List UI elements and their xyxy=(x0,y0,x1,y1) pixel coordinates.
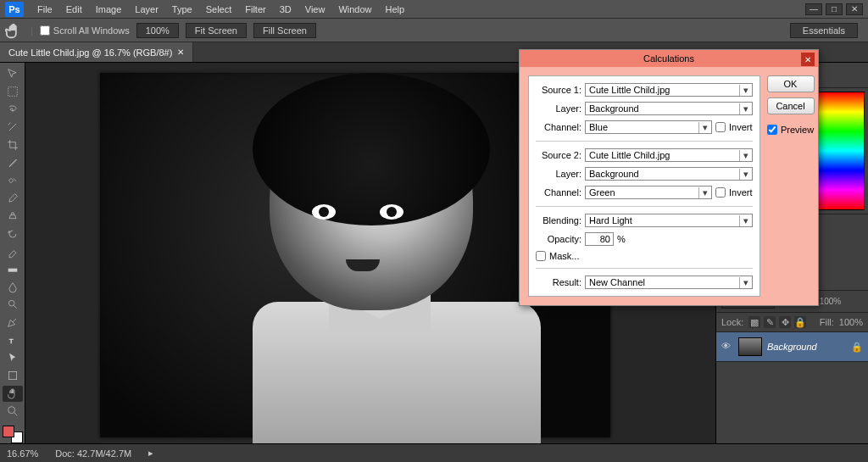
divider xyxy=(536,141,753,142)
channel1-label: Channel: xyxy=(536,122,581,132)
menu-3d[interactable]: 3D xyxy=(273,4,298,14)
doc-size[interactable]: Doc: 42.7M/42.7M xyxy=(55,448,131,459)
lock-position-icon[interactable]: ✥ xyxy=(779,316,791,328)
result-label: Result: xyxy=(536,277,581,287)
divider xyxy=(536,268,753,269)
svg-rect-4 xyxy=(8,371,16,379)
zoom-level[interactable]: 16.67% xyxy=(7,448,38,459)
opacity-label: Opacity: xyxy=(536,234,581,244)
hand-tool[interactable] xyxy=(3,386,23,402)
clone-stamp-tool[interactable] xyxy=(3,208,23,224)
lasso-tool[interactable] xyxy=(3,102,23,118)
toolbox: T xyxy=(0,63,25,443)
lock-label: Lock: xyxy=(721,317,743,327)
percent-label: % xyxy=(617,234,626,244)
zoom-100-button[interactable]: 100% xyxy=(136,23,179,38)
scroll-all-checkbox[interactable]: Scroll All Windows xyxy=(40,25,130,36)
blending-label: Blending: xyxy=(536,215,581,225)
brush-tool[interactable] xyxy=(3,190,23,206)
lock-all-icon[interactable]: 🔒 xyxy=(794,316,806,328)
menu-filter[interactable]: Filter xyxy=(238,4,272,14)
svg-rect-0 xyxy=(8,87,17,97)
svg-rect-1 xyxy=(8,268,17,271)
lock-transparency-icon[interactable]: ▩ xyxy=(748,316,760,328)
channel2-label: Channel: xyxy=(536,187,581,198)
eyedropper-tool[interactable] xyxy=(3,155,23,171)
layer1-select[interactable]: Background xyxy=(585,102,753,115)
result-select[interactable]: New Channel xyxy=(585,276,753,289)
menu-type[interactable]: Type xyxy=(165,4,199,14)
opacity-input[interactable] xyxy=(585,232,614,246)
layer-row[interactable]: 👁 Background 🔒 xyxy=(716,332,868,362)
marquee-tool[interactable] xyxy=(3,84,23,100)
menu-edit[interactable]: Edit xyxy=(59,4,89,14)
layers-panel: Normal Opacity: 100% Lock: ▩ ✎ ✥ 🔒 Fill:… xyxy=(716,290,868,443)
app-logo: Ps xyxy=(5,2,24,17)
fill-screen-button[interactable]: Fill Screen xyxy=(253,23,316,38)
move-tool[interactable] xyxy=(3,66,23,82)
pen-tool[interactable] xyxy=(3,314,23,331)
layer-name[interactable]: Background xyxy=(767,342,817,352)
status-chevron-icon[interactable]: ▸ xyxy=(148,448,153,459)
gradient-tool[interactable] xyxy=(3,261,23,277)
source1-select[interactable]: Cute Little Child.jpg xyxy=(585,83,753,97)
menu-view[interactable]: View xyxy=(298,4,332,14)
layer2-select[interactable]: Background xyxy=(585,167,753,181)
close-tab-icon[interactable]: ✕ xyxy=(177,47,184,57)
document-tab-title: Cute Little Child.jpg @ 16.7% (RGB/8#) xyxy=(8,47,172,58)
close-window-icon[interactable]: ✕ xyxy=(846,3,863,15)
options-divider: | xyxy=(31,25,33,36)
source1-label: Source 1: xyxy=(536,85,581,95)
maximize-icon[interactable]: □ xyxy=(826,3,843,15)
type-tool[interactable]: T xyxy=(3,332,23,348)
channel1-select[interactable]: Blue xyxy=(585,120,712,134)
foreground-color-swatch[interactable] xyxy=(3,426,14,437)
layer1-label: Layer: xyxy=(536,103,581,114)
hand-tool-icon[interactable] xyxy=(5,21,24,40)
svg-text:T: T xyxy=(9,337,14,345)
blur-tool[interactable] xyxy=(3,279,23,295)
layer-visibility-icon[interactable]: 👁 xyxy=(721,341,733,353)
blending-select[interactable]: Hard Light xyxy=(585,214,753,227)
fit-screen-button[interactable]: Fit Screen xyxy=(186,23,247,38)
menu-image[interactable]: Image xyxy=(89,4,129,14)
dialog-close-icon[interactable]: ✕ xyxy=(801,53,815,66)
mask-checkbox[interactable]: Mask... xyxy=(536,251,753,261)
svg-point-2 xyxy=(8,301,14,307)
minimize-icon[interactable]: — xyxy=(805,3,822,15)
color-swatches[interactable] xyxy=(3,426,23,443)
ok-button[interactable]: OK xyxy=(767,75,815,92)
path-select-tool[interactable] xyxy=(3,350,23,366)
document-tab[interactable]: Cute Little Child.jpg @ 16.7% (RGB/8#) ✕ xyxy=(0,42,193,62)
lock-pixels-icon[interactable]: ✎ xyxy=(764,316,776,328)
layer-thumbnail[interactable] xyxy=(738,337,762,356)
crop-tool[interactable] xyxy=(3,137,23,153)
fill-value[interactable]: 100% xyxy=(839,317,863,327)
preview-checkbox[interactable]: Preview xyxy=(767,125,814,135)
menu-help[interactable]: Help xyxy=(379,4,412,14)
invert2-checkbox[interactable]: Invert xyxy=(715,187,753,198)
cancel-button[interactable]: Cancel xyxy=(767,97,815,114)
mask-label: Mask... xyxy=(549,251,579,261)
shape-tool[interactable] xyxy=(3,368,23,384)
source2-select[interactable]: Cute Little Child.jpg xyxy=(585,148,753,162)
menu-select[interactable]: Select xyxy=(199,4,239,14)
opacity-value[interactable]: 100% xyxy=(820,297,842,306)
dialog-title-bar[interactable]: Calculations ✕ xyxy=(520,50,818,67)
channel2-select[interactable]: Green xyxy=(585,186,712,199)
layer-lock-icon: 🔒 xyxy=(851,342,863,353)
menu-bar: Ps File Edit Image Layer Type Select Fil… xyxy=(0,0,868,19)
menu-window[interactable]: Window xyxy=(331,4,378,14)
eraser-tool[interactable] xyxy=(3,243,23,259)
magic-wand-tool[interactable] xyxy=(3,120,23,136)
zoom-tool[interactable] xyxy=(3,404,23,420)
source2-label: Source 2: xyxy=(536,150,581,160)
history-brush-tool[interactable] xyxy=(3,225,23,242)
menu-file[interactable]: File xyxy=(31,4,59,14)
workspace-selector[interactable]: Essentials xyxy=(790,23,858,38)
invert1-checkbox[interactable]: Invert xyxy=(715,122,753,132)
invert1-label: Invert xyxy=(729,122,753,132)
dodge-tool[interactable] xyxy=(3,297,23,313)
healing-brush-tool[interactable] xyxy=(3,173,23,189)
menu-layer[interactable]: Layer xyxy=(128,4,165,14)
